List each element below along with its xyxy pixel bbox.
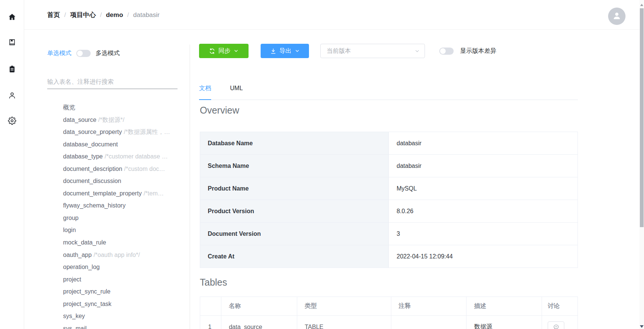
chevron-down-icon	[414, 48, 420, 54]
table-name: database_document	[63, 141, 118, 148]
table-search-input[interactable]	[47, 75, 178, 89]
table-name: data_source_property	[63, 129, 122, 135]
table-list-item[interactable]: mock_data_rule	[63, 237, 188, 249]
sync-button[interactable]: 同步	[199, 44, 249, 58]
table-name: project	[63, 276, 81, 283]
breadcrumb-project-center[interactable]: 项目中心	[70, 11, 96, 19]
tab-uml[interactable]: UML	[230, 85, 243, 100]
table-list-item[interactable]: operation_log	[63, 261, 188, 274]
table-list-item-overview[interactable]: 概览	[63, 101, 188, 114]
table-comment: /*custom doc…	[124, 166, 165, 172]
overview-row-label: Product Name	[200, 177, 389, 200]
table-comment: /*数据源*/	[98, 117, 124, 123]
scroll-down-arrow-icon[interactable]	[640, 325, 644, 328]
table-name: document_template_property	[63, 190, 142, 197]
header-name: 名称	[221, 297, 297, 316]
gear-icon[interactable]	[8, 117, 16, 125]
overview-title: Overview	[200, 105, 239, 116]
tables-header-row: 名称 类型 注释 描述 讨论	[200, 297, 578, 316]
tabs-divider	[199, 100, 578, 100]
breadcrumb-separator: /	[100, 11, 102, 19]
table-name: group	[63, 215, 79, 221]
table-list-item[interactable]: flyway_schema_history	[63, 200, 188, 212]
show-version-diff-toggle[interactable]	[439, 48, 454, 55]
sync-button-label: 同步	[218, 47, 230, 55]
breadcrumb: 首页 / 项目中心 / demo / databasir	[47, 0, 159, 30]
top-bar: 首页 / 项目中心 / demo / databasir	[24, 0, 639, 30]
table-list-item[interactable]: data_source/*数据源*/	[63, 114, 188, 126]
comment-icon	[553, 324, 559, 329]
cell-discussion	[542, 316, 578, 329]
table-row: Document Version 3	[200, 223, 578, 245]
breadcrumb-separator: /	[64, 11, 66, 19]
table-name: project_sync_task	[63, 301, 111, 307]
book-icon[interactable]	[8, 38, 16, 46]
vertical-scrollbar[interactable]	[639, 0, 644, 329]
breadcrumb-separator: /	[127, 11, 129, 19]
overview-row-value: MySQL	[389, 177, 578, 200]
table-name: login	[63, 227, 76, 233]
chevron-down-icon	[295, 48, 300, 54]
avatar-person-icon	[612, 11, 622, 20]
tables-table: 名称 类型 注释 描述 讨论 1 data_source TABLE 数据源	[200, 297, 578, 329]
table-list-item[interactable]: document_discussion	[63, 175, 188, 188]
discussion-button[interactable]	[548, 321, 564, 329]
chevron-down-icon	[233, 48, 239, 54]
icon-rail	[0, 0, 24, 329]
multi-mode-label[interactable]: 多选模式	[96, 49, 120, 57]
table-list-item[interactable]: project_sync_rule	[63, 286, 188, 298]
selection-mode-row: 单选模式 多选模式	[47, 49, 120, 57]
clipboard-icon[interactable]	[8, 65, 16, 73]
table-list-item[interactable]: oauth_app/*oauth app info*/	[63, 249, 188, 261]
cell-type: TABLE	[297, 316, 391, 329]
overview-row-label: Document Version	[200, 223, 389, 245]
table-row: Product Version 8.0.26	[200, 200, 578, 223]
table-name: sys_mail	[63, 325, 86, 329]
table-list-item[interactable]: login	[63, 224, 188, 237]
table-row: Product Name MySQL	[200, 177, 578, 200]
overview-row-value: 2022-04-15 12:09:44	[389, 245, 578, 268]
overview-table: Database Name databasir Schema Name data…	[200, 132, 578, 268]
table-list-item[interactable]: database_type/*customer database …	[63, 151, 188, 163]
show-version-diff-label: 显示版本差异	[460, 47, 496, 55]
cell-comment	[391, 316, 467, 329]
table-list-item[interactable]: project_sync_task	[63, 298, 188, 311]
breadcrumb-project[interactable]: demo	[106, 11, 123, 19]
diff-toggle-row: 显示版本差异	[439, 44, 496, 58]
table-list-item[interactable]: project	[63, 274, 188, 286]
table-name: 概览	[63, 104, 75, 111]
cell-index: 1	[200, 316, 221, 329]
table-list-item[interactable]: group	[63, 212, 188, 224]
scrollbar-thumb[interactable]	[640, 8, 644, 227]
table-name: project_sync_rule	[63, 288, 110, 295]
table-list-item[interactable]: data_source_property/*数据源属性，…	[63, 126, 188, 138]
table-list-item[interactable]: database_document	[63, 138, 188, 151]
export-button[interactable]: 导出	[261, 44, 309, 58]
breadcrumb-home[interactable]: 首页	[47, 11, 60, 19]
table-list-item[interactable]: document_description/*custom doc…	[63, 163, 188, 175]
header-comment: 注释	[391, 297, 467, 316]
version-select-placeholder: 当前版本	[327, 47, 351, 55]
tab-document[interactable]: 文档	[199, 85, 211, 100]
version-select[interactable]: 当前版本	[320, 44, 425, 58]
table-list-item[interactable]: sys_mail	[63, 323, 188, 329]
overview-row-label: Product Version	[200, 200, 389, 222]
table-name: sys_key	[63, 313, 85, 319]
home-icon[interactable]	[8, 13, 16, 21]
table-name: mock_data_rule	[63, 239, 106, 246]
cell-description: 数据源	[466, 316, 542, 329]
person-icon[interactable]	[8, 91, 16, 100]
table-list-item[interactable]: sys_key	[63, 310, 188, 323]
single-mode-label[interactable]: 单选模式	[47, 49, 71, 57]
table-name: oauth_app	[63, 252, 92, 258]
header-discussion: 讨论	[542, 297, 578, 316]
refresh-icon	[209, 48, 215, 54]
content-tabs: 文档 UML	[199, 85, 243, 100]
user-avatar[interactable]	[608, 8, 625, 25]
scroll-up-arrow-icon[interactable]	[640, 4, 643, 6]
overview-row-value: 3	[389, 223, 578, 245]
header-index	[200, 297, 221, 316]
selection-mode-toggle[interactable]	[76, 50, 91, 57]
toggle-knob	[440, 48, 446, 54]
table-list-item[interactable]: document_template_property/*tem…	[63, 188, 188, 200]
